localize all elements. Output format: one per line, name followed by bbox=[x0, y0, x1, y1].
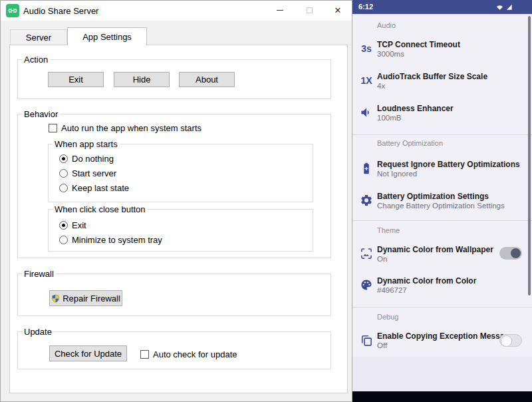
bottom-nav-bar: Home Settings bbox=[352, 357, 532, 391]
copy-exception-toggle[interactable] bbox=[499, 334, 522, 347]
tab-server[interactable]: Server bbox=[10, 29, 67, 45]
radio-close-exit-control[interactable] bbox=[59, 221, 68, 230]
radio-close-exit[interactable]: Exit bbox=[59, 220, 86, 230]
auto-check-update-row[interactable]: Auto check for update bbox=[140, 349, 237, 359]
radio-minimize-tray-control[interactable] bbox=[59, 236, 68, 244]
setting-title: Dynamic Color from Color bbox=[377, 276, 476, 286]
radio-keep-last-state[interactable]: Keep last state bbox=[59, 183, 129, 193]
setting-value: Change Battery Optimization Settings bbox=[377, 202, 505, 210]
action-group-label: Action bbox=[22, 55, 50, 65]
gear-icon bbox=[358, 192, 374, 209]
screenshot-root: Audio Share Server ✕ Server App Settings… bbox=[0, 0, 532, 402]
radio-keep-last-state-control[interactable] bbox=[59, 184, 68, 192]
setting-value: Off bbox=[377, 341, 387, 349]
setting-dynamic-color-color[interactable]: Dynamic Color from Color #496727 bbox=[352, 275, 528, 298]
repair-firewall-label: Repair Firewall bbox=[63, 294, 120, 303]
setting-title: TCP Connect Timeout bbox=[377, 40, 460, 49]
section-divider bbox=[352, 220, 532, 221]
audio-share-server-window: Audio Share Server ✕ Server App Settings… bbox=[0, 0, 352, 402]
hide-button[interactable]: Hide bbox=[114, 72, 170, 87]
check-for-update-button[interactable]: Check for Update bbox=[49, 345, 127, 361]
firewall-group-label: Firewall bbox=[22, 269, 56, 279]
app-logo-icon bbox=[6, 4, 19, 17]
exit-button[interactable]: Exit bbox=[48, 72, 104, 87]
tab-app-settings[interactable]: App Settings bbox=[67, 27, 147, 45]
tcp-timeout-3s-icon: 3s bbox=[358, 40, 374, 57]
when-app-starts-label: When app starts bbox=[53, 139, 120, 149]
section-header-battery: Battery Optimization bbox=[377, 139, 443, 147]
setting-title: Loudness Enhancer bbox=[377, 104, 454, 113]
autorun-checkbox[interactable] bbox=[49, 124, 57, 132]
close-button[interactable]: ✕ bbox=[324, 1, 352, 20]
section-header-audio: Audio bbox=[377, 21, 396, 29]
section-divider bbox=[352, 307, 532, 307]
buffer-1x-icon: 1X bbox=[358, 72, 374, 89]
when-close-label: When click close button bbox=[53, 204, 148, 214]
window-title: Audio Share Server bbox=[23, 6, 98, 16]
autorun-checkbox-row[interactable]: Auto run the app when system starts bbox=[49, 123, 201, 133]
setting-title: Enable Copying Exception Message bbox=[377, 331, 513, 341]
android-settings-screen: 6:12 Audio 3s TCP Connect Timeout 3000ms… bbox=[352, 0, 532, 402]
radio-close-exit-label: Exit bbox=[72, 220, 86, 230]
wallpaper-icon bbox=[358, 245, 374, 262]
setting-loudness-enhancer[interactable]: Loudness Enhancer 100mB bbox=[352, 102, 528, 125]
radio-do-nothing-label: Do nothing bbox=[72, 154, 114, 164]
palette-icon bbox=[358, 276, 374, 294]
cellular-signal-icon bbox=[505, 3, 513, 11]
status-icons bbox=[496, 3, 513, 11]
status-time: 6:12 bbox=[358, 3, 373, 11]
title-bar: Audio Share Server ✕ bbox=[1, 1, 352, 21]
autorun-label: Auto run the app when system starts bbox=[61, 123, 201, 133]
setting-title: AudioTrack Buffer Size Scale bbox=[377, 72, 487, 81]
battery-plus-icon bbox=[358, 160, 374, 177]
radio-start-server[interactable]: Start server bbox=[59, 168, 116, 178]
repair-firewall-button[interactable]: Repair Firewall bbox=[49, 290, 122, 306]
setting-value: 3000ms bbox=[377, 50, 404, 58]
scrollbar[interactable] bbox=[528, 16, 531, 296]
when-close-group: When click close button bbox=[48, 209, 313, 252]
section-header-theme: Theme bbox=[377, 226, 400, 234]
volume-icon bbox=[358, 104, 374, 121]
auto-check-update-checkbox[interactable] bbox=[140, 350, 149, 359]
setting-value: 100mB bbox=[377, 114, 401, 122]
setting-value: #496727 bbox=[377, 286, 407, 294]
setting-request-ignore-battery[interactable]: Request Ignore Battery Optimizations Not… bbox=[352, 158, 528, 181]
radio-minimize-tray-label: Minimize to system tray bbox=[72, 235, 162, 245]
setting-title: Request Ignore Battery Optimizations bbox=[377, 160, 520, 169]
section-divider bbox=[352, 134, 532, 135]
setting-title: Dynamic Color from Wallpaper bbox=[377, 245, 493, 254]
auto-check-update-label: Auto check for update bbox=[153, 349, 237, 359]
maximize-button bbox=[295, 1, 324, 20]
radio-do-nothing[interactable]: Do nothing bbox=[59, 154, 114, 164]
radio-keep-last-state-label: Keep last state bbox=[72, 183, 129, 193]
section-header-debug: Debug bbox=[377, 313, 398, 321]
radio-minimize-tray[interactable]: Minimize to system tray bbox=[59, 235, 162, 245]
setting-tcp-connect-timeout[interactable]: 3s TCP Connect Timeout 3000ms bbox=[352, 39, 528, 61]
radio-start-server-label: Start server bbox=[72, 168, 116, 178]
wifi-icon bbox=[496, 3, 503, 11]
minimize-button[interactable] bbox=[265, 1, 295, 20]
setting-audiotrack-buffer-scale[interactable]: 1X AudioTrack Buffer Size Scale 4x bbox=[352, 71, 528, 93]
behavior-group-label: Behavior bbox=[22, 109, 60, 119]
radio-do-nothing-control[interactable] bbox=[59, 154, 68, 163]
update-group-label: Update bbox=[22, 327, 54, 337]
setting-title: Battery Optimization Settings bbox=[377, 192, 489, 201]
setting-value: On bbox=[377, 255, 387, 263]
about-button[interactable]: About bbox=[179, 72, 235, 87]
status-bar: 6:12 bbox=[352, 0, 532, 14]
radio-start-server-control[interactable] bbox=[59, 169, 68, 178]
wallpaper-color-toggle[interactable] bbox=[499, 247, 522, 260]
copy-icon bbox=[358, 331, 374, 349]
uac-shield-icon bbox=[51, 294, 60, 303]
setting-value: Not Ignored bbox=[377, 170, 417, 178]
setting-battery-optimization-settings[interactable]: Battery Optimization Settings Change Bat… bbox=[352, 190, 528, 213]
gesture-nav-bar bbox=[352, 391, 532, 402]
setting-value: 4x bbox=[377, 82, 385, 90]
